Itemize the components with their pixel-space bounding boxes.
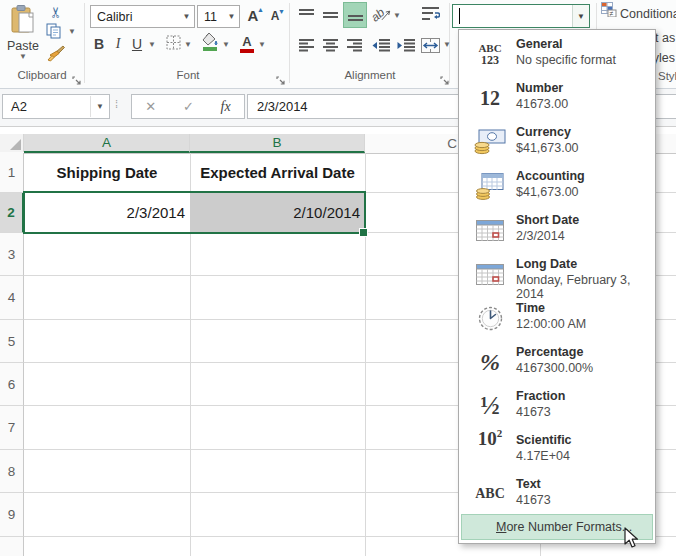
copy-dropdown-arrow[interactable]: ▼: [68, 28, 76, 36]
conditional-formatting-label[interactable]: Conditional: [620, 7, 676, 21]
increase-font-size-button[interactable]: A ▲: [242, 4, 264, 26]
column-header-b[interactable]: B: [190, 134, 365, 153]
menu-item-long-date[interactable]: Long Date Monday, February 3, 2014: [460, 252, 654, 296]
number-format-value: [460, 5, 572, 27]
formula-value: 2/3/2014: [248, 99, 308, 114]
cut-button[interactable]: ✂: [44, 2, 68, 22]
font-name-combo[interactable]: Calibri ▼: [90, 5, 195, 28]
select-all-button[interactable]: [0, 134, 24, 152]
cancel-button[interactable]: ✕: [145, 99, 156, 114]
font-color-bar: [240, 49, 254, 53]
row-header-10[interactable]: [0, 537, 24, 556]
caret-up-icon: ▲: [257, 6, 264, 13]
row-header-8[interactable]: 8: [0, 450, 24, 493]
font-group-label: Font: [90, 69, 286, 81]
accounting-icon: [468, 164, 512, 208]
decrease-font-size-button[interactable]: A ▼: [265, 6, 285, 26]
menu-item-fraction[interactable]: ½ Fraction 41673: [460, 384, 654, 428]
alignment-group-label: Alignment: [296, 69, 444, 81]
insert-function-button[interactable]: fx: [221, 99, 231, 115]
align-right-button[interactable]: [344, 34, 364, 56]
column-header-a[interactable]: A: [24, 134, 190, 153]
decrease-indent-button[interactable]: [370, 34, 392, 56]
font-name-value: Calibri: [91, 10, 179, 24]
row-header-4[interactable]: 4: [0, 276, 24, 320]
fill-color-button[interactable]: [200, 33, 220, 55]
paste-button[interactable]: Paste ▼: [4, 2, 42, 64]
menu-item-accounting[interactable]: Accounting $41,673.00: [460, 164, 654, 208]
merge-center-dropdown-arrow[interactable]: ▼: [443, 41, 451, 49]
cell-a1[interactable]: Shipping Date: [24, 153, 190, 192]
paste-dropdown-arrow: ▼: [19, 53, 27, 61]
bold-button[interactable]: B: [90, 34, 108, 54]
formula-bar-splitter[interactable]: ⁞: [115, 98, 118, 110]
center-button[interactable]: [320, 34, 340, 56]
time-icon: [468, 296, 512, 340]
font-color-dropdown-arrow[interactable]: ▼: [258, 41, 266, 49]
row-header-2[interactable]: 2: [0, 193, 24, 233]
menu-item-currency[interactable]: Currency $41,673.00: [460, 120, 654, 164]
menu-item-number[interactable]: 12 Number 41673.00: [460, 76, 654, 120]
clipboard-dialog-launcher[interactable]: [72, 72, 82, 82]
number-icon: 12: [468, 76, 512, 120]
menu-item-text[interactable]: ABC Text 41673: [460, 472, 654, 516]
row-header-1[interactable]: 1: [0, 153, 24, 193]
borders-button[interactable]: [164, 35, 182, 53]
borders-icon: [166, 35, 181, 54]
row-header-7[interactable]: 7: [0, 406, 24, 450]
format-painter-button[interactable]: [44, 45, 68, 65]
formula-buttons: ✕ ✓ fx: [131, 94, 245, 119]
menu-item-short-date[interactable]: Short Date 2/3/2014: [460, 208, 654, 252]
top-align-button[interactable]: [296, 4, 316, 26]
bottom-align-button[interactable]: [343, 2, 367, 28]
number-format-combo[interactable]: ▼: [452, 4, 590, 28]
menu-item-general[interactable]: ABC 123 General No specific format: [460, 32, 654, 76]
conditional-formatting-button[interactable]: ≠: [600, 3, 617, 20]
enter-button[interactable]: ✓: [183, 99, 194, 114]
borders-dropdown-arrow[interactable]: ▼: [184, 41, 192, 49]
row-header-6[interactable]: 6: [0, 363, 24, 406]
underline-button[interactable]: U: [128, 34, 146, 54]
wrap-text-button[interactable]: [420, 3, 442, 25]
menu-item-percentage[interactable]: % Percentage 4167300.00%: [460, 340, 654, 384]
name-box-value: A2: [3, 99, 90, 114]
paste-icon: [10, 5, 36, 39]
orientation-button[interactable]: ab: [371, 4, 391, 26]
scientific-icon: 10 2: [468, 428, 512, 472]
short-date-icon: [468, 208, 512, 252]
underline-dropdown-arrow[interactable]: ▼: [148, 41, 156, 49]
orientation-dropdown-arrow[interactable]: ▼: [393, 12, 401, 20]
menu-item-scientific[interactable]: 10 2 Scientific 4.17E+04: [460, 428, 654, 472]
chevron-down-icon: ▼: [224, 12, 239, 21]
font-dialog-launcher[interactable]: [276, 72, 286, 82]
align-left-button[interactable]: [296, 34, 316, 56]
fill-color-dropdown-arrow[interactable]: ▼: [222, 41, 230, 49]
caret-down-icon: ▼: [278, 8, 285, 15]
cell-b1[interactable]: Expected Arrival Date: [190, 153, 365, 192]
chevron-down-icon[interactable]: ▼: [90, 96, 109, 117]
row-header-5[interactable]: 5: [0, 320, 24, 363]
styles-group-label: Styles: [658, 70, 676, 82]
merge-center-button[interactable]: [419, 34, 441, 56]
italic-button[interactable]: I: [110, 34, 126, 54]
format-painter-icon: [47, 45, 65, 66]
font-size-combo[interactable]: 11 ▼: [197, 5, 240, 28]
fill-handle[interactable]: [359, 228, 368, 237]
name-box[interactable]: A2 ▼: [2, 94, 110, 119]
selection-border: [23, 191, 366, 234]
copy-button[interactable]: [42, 23, 66, 43]
row-header-9[interactable]: 9: [0, 493, 24, 537]
number-format-dropdown-button[interactable]: ▼: [572, 5, 589, 27]
increase-indent-button[interactable]: [395, 34, 417, 56]
row-header-3[interactable]: 3: [0, 233, 24, 276]
fraction-icon: ½: [468, 384, 512, 428]
middle-align-button[interactable]: [320, 4, 340, 26]
font-color-button[interactable]: A: [238, 33, 256, 55]
alignment-dialog-launcher[interactable]: [440, 72, 450, 82]
group-separator: [289, 3, 290, 83]
currency-icon: [468, 120, 512, 164]
menu-item-time[interactable]: Time 12:00:00 AM: [460, 296, 654, 340]
more-number-formats-label: More Number Formats...: [496, 520, 632, 534]
scissors-icon: ✂: [47, 6, 65, 19]
select-all-triangle-icon: [10, 139, 21, 150]
